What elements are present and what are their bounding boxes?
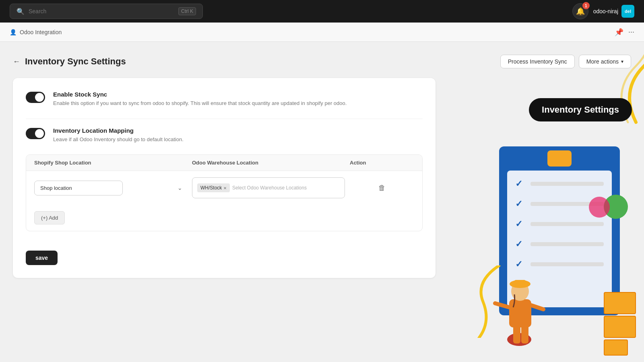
location-mapping-info: Inventory Location Mapping Leave if all …: [53, 127, 184, 144]
col-action: Action: [350, 160, 414, 166]
notification-button[interactable]: 🔔 1: [572, 3, 588, 19]
stock-sync-title: Enable Stock Sync: [53, 91, 347, 98]
location-mapping-row: Inventory Location Mapping Leave if all …: [26, 127, 423, 144]
location-mapping-title: Inventory Location Mapping: [53, 127, 184, 134]
svg-line-8: [531, 305, 543, 309]
location-mapping-toggle[interactable]: [26, 128, 45, 139]
circle-green-decoration: [604, 195, 628, 219]
page-title-area: ← Inventory Sync Settings: [13, 56, 126, 67]
header-actions: Process Inventory Sync More actions ▾: [500, 55, 631, 68]
page-title: Inventory Sync Settings: [25, 56, 126, 67]
stock-sync-row: Enable Stock Sync Enable this option if …: [26, 91, 423, 107]
location-mapping-slider: [26, 128, 45, 139]
avatar: del: [621, 5, 634, 18]
add-row-area: (+) Add: [34, 205, 414, 224]
stock-sync-description: Enable this option if you want to sync f…: [53, 99, 347, 107]
check-line-2: [530, 202, 604, 206]
chevron-down-icon: ▾: [621, 59, 623, 64]
process-inventory-sync-button[interactable]: Process Inventory Sync: [500, 55, 575, 68]
svg-rect-1: [513, 323, 520, 343]
breadcrumb[interactable]: 👤 Odoo Integration: [10, 29, 62, 35]
table-header: Shopify Shop Location Odoo Warehouse Loc…: [26, 155, 422, 171]
more-actions-label: More actions: [586, 58, 619, 65]
checkmark-icon-1: ✓: [515, 179, 526, 189]
warehouse-tag: WH/Stock ×: [197, 183, 230, 192]
warehouse-tag-input[interactable]: WH/Stock × Select Odoo Warehouse Locatio…: [192, 177, 345, 198]
tag-label: WH/Stock: [200, 185, 222, 191]
search-icon: 🔍: [17, 8, 25, 15]
box-1: [604, 292, 636, 314]
search-input[interactable]: [29, 8, 174, 14]
table-row: Shop location ⌄ WH/Stock × Select Odoo W…: [34, 177, 414, 198]
svg-point-0: [507, 333, 531, 346]
stock-sync-slider: [26, 92, 45, 103]
person-icon: 👤: [10, 29, 17, 35]
col-shop-location: Shopify Shop Location: [34, 160, 192, 166]
select-arrow-icon: ⌄: [178, 185, 182, 191]
checkmark-icon-2: ✓: [515, 199, 526, 209]
stock-sync-info: Enable Stock Sync Enable this option if …: [53, 91, 347, 107]
checkmark-icon-5: ✓: [515, 259, 526, 269]
subheader: 👤 Odoo Integration 📌 ···: [0, 23, 644, 42]
circle-pink-decoration: [589, 197, 610, 218]
notification-badge: 1: [582, 2, 590, 9]
page-header: ← Inventory Sync Settings Process Invent…: [13, 55, 631, 68]
nav-right: 🔔 1 odoo-niraj del: [572, 3, 634, 19]
check-item-4: ✓: [515, 239, 604, 249]
shop-location-wrapper: Shop location ⌄: [34, 181, 187, 195]
stock-sync-toggle[interactable]: [26, 92, 45, 103]
main-area: ← Inventory Sync Settings Process Invent…: [0, 42, 644, 362]
yellow-swirl-bottom-icon: [475, 265, 507, 338]
right-decoration: Inventory Settings ✓ ✓ ✓: [475, 42, 644, 362]
search-shortcut: Ctrl K: [178, 7, 196, 15]
svg-line-7: [495, 303, 509, 307]
box-2: [604, 316, 636, 338]
location-mapping-description: Leave if all Odoo Inventory should go to…: [53, 136, 184, 144]
delete-row-button[interactable]: 🗑: [378, 184, 386, 192]
check-item-1: ✓: [515, 179, 604, 189]
divider-1: [26, 119, 423, 119]
col-warehouse-location: Odoo Warehouse Location: [192, 160, 350, 166]
breadcrumb-label: Odoo Integration: [20, 29, 62, 35]
tag-remove-button[interactable]: ×: [223, 185, 227, 191]
user-area[interactable]: odoo-niraj del: [593, 5, 634, 18]
checkmark-icon-3: ✓: [515, 219, 526, 229]
svg-rect-3: [509, 299, 531, 327]
username-label: odoo-niraj: [593, 8, 618, 14]
clipboard-clip: [547, 150, 572, 167]
search-bar[interactable]: 🔍 Ctrl K: [10, 4, 203, 19]
back-button[interactable]: ←: [13, 58, 20, 66]
clipboard-paper: ✓ ✓ ✓ ✓ ✓: [507, 171, 612, 307]
svg-point-4: [511, 282, 529, 301]
check-line-4: [530, 242, 604, 246]
check-item-5: ✓: [515, 259, 604, 269]
location-table: Shopify Shop Location Odoo Warehouse Loc…: [26, 154, 423, 231]
check-line-5: [530, 262, 604, 266]
warehouse-placeholder: Select Odoo Warehouse Locations: [232, 185, 307, 191]
more-actions-button[interactable]: More actions ▾: [579, 55, 631, 68]
add-row-button[interactable]: (+) Add: [34, 211, 65, 224]
checkmark-icon-4: ✓: [515, 239, 526, 249]
check-item-3: ✓: [515, 219, 604, 229]
svg-rect-6: [514, 280, 526, 286]
check-line-1: [530, 182, 604, 186]
svg-rect-2: [521, 323, 528, 343]
action-cell: 🗑: [350, 184, 414, 192]
inventory-illustration: ✓ ✓ ✓ ✓ ✓: [475, 130, 644, 356]
inventory-settings-badge: Inventory Settings: [529, 98, 632, 121]
navbar: 🔍 Ctrl K 🔔 1 odoo-niraj del: [0, 0, 644, 23]
pin-icon[interactable]: 📌: [615, 28, 623, 37]
more-options-icon[interactable]: ···: [628, 28, 634, 36]
table-body: Shop location ⌄ WH/Stock × Select Odoo W…: [26, 171, 422, 231]
clipboard-bg: ✓ ✓ ✓ ✓ ✓: [499, 146, 620, 315]
check-line-3: [530, 222, 604, 226]
save-button[interactable]: save: [26, 251, 58, 265]
worker-figure-icon: [491, 243, 555, 356]
box-stack-decoration: [604, 292, 636, 356]
settings-card: Enable Stock Sync Enable this option if …: [13, 78, 436, 278]
svg-point-5: [510, 280, 530, 288]
box-small: [604, 339, 628, 356]
check-item-2: ✓: [515, 199, 604, 209]
subheader-icons: 📌 ···: [615, 28, 634, 37]
shop-location-select[interactable]: Shop location: [34, 181, 123, 195]
